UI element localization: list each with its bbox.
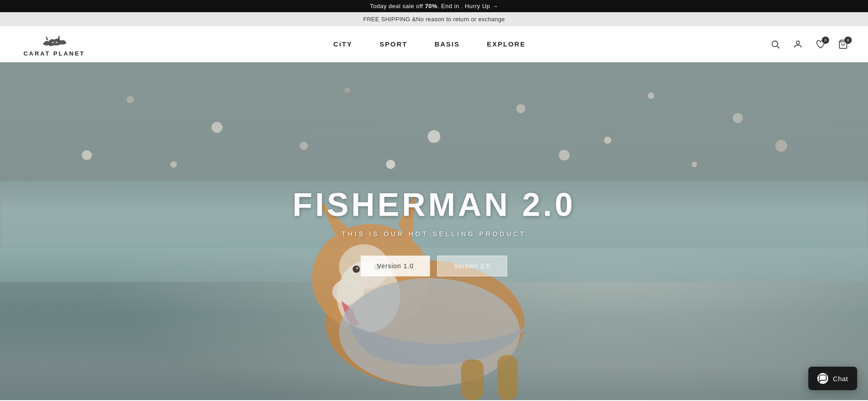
main-nav: CiTY SPORT BASIS EXPLORE xyxy=(90,40,769,48)
announcement-text-suffix: . End in . Hurry Up → xyxy=(438,3,498,9)
hero-section: FISHERMAN 2.0 THIS IS OUR HOT SELLING PR… xyxy=(0,62,868,400)
nav-item-basis[interactable]: BASIS xyxy=(434,40,460,48)
announcement-text-prefix: Today deal sale off xyxy=(370,3,425,9)
logo[interactable]: CARAT PLANET xyxy=(18,31,90,57)
svg-point-2 xyxy=(772,41,778,47)
nav-item-city[interactable]: CiTY xyxy=(333,40,352,48)
announcement-percentage: 70% xyxy=(425,3,438,9)
search-icon xyxy=(770,39,780,49)
wishlist-badge: 0 xyxy=(822,37,829,44)
shipping-text: FREE SHIPPING &No reason to return or ex… xyxy=(363,16,505,23)
account-button[interactable] xyxy=(791,37,805,51)
hero-content: FISHERMAN 2.0 THIS IS OUR HOT SELLING PR… xyxy=(292,186,576,276)
logo-icon xyxy=(38,31,70,49)
version-2-button[interactable]: Version 2.0 xyxy=(437,256,507,276)
svg-point-1 xyxy=(56,42,57,43)
hero-title: FISHERMAN 2.0 xyxy=(292,186,576,223)
svg-point-4 xyxy=(796,41,799,44)
header: CARAT PLANET CiTY SPORT BASIS EXPLORE xyxy=(0,26,868,62)
logo-text: CARAT PLANET xyxy=(24,50,85,57)
cart-button[interactable]: 0 xyxy=(836,37,850,51)
search-button[interactable] xyxy=(769,37,782,51)
account-icon xyxy=(793,39,803,49)
hero-buttons: Version 1.0 Version 2.0 xyxy=(292,256,576,276)
header-icons: 0 0 xyxy=(769,37,850,51)
announcement-bar: Today deal sale off 70%. End in . Hurry … xyxy=(0,0,868,12)
svg-point-0 xyxy=(52,42,54,43)
chat-label: Chat xyxy=(833,375,848,382)
chat-icon xyxy=(818,374,827,383)
nav-item-sport[interactable]: SPORT xyxy=(379,40,407,48)
version-1-button[interactable]: Version 1.0 xyxy=(361,256,430,276)
wishlist-button[interactable]: 0 xyxy=(814,37,827,51)
svg-line-3 xyxy=(777,46,779,48)
shipping-bar: FREE SHIPPING &No reason to return or ex… xyxy=(0,12,868,26)
hero-subtitle: THIS IS OUR HOT SELLING PRODUCT xyxy=(292,230,576,238)
chat-bubble-icon xyxy=(817,373,828,384)
nav-item-explore[interactable]: EXPLORE xyxy=(487,40,526,48)
cart-badge: 0 xyxy=(844,37,852,44)
chat-widget[interactable]: Chat xyxy=(808,367,857,390)
